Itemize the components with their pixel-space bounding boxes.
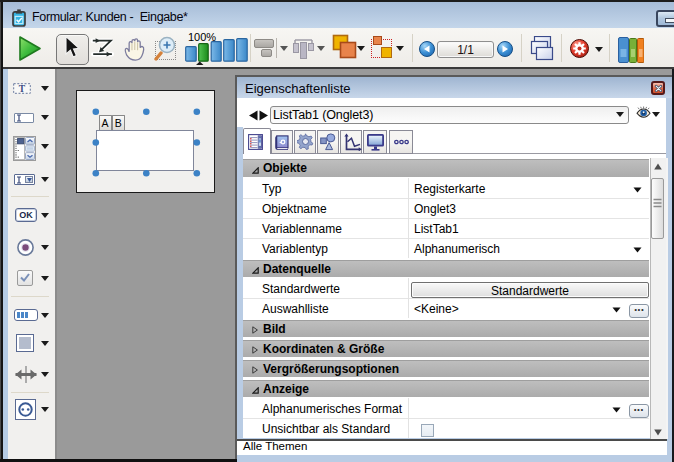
svg-text:T: T [19, 83, 26, 93]
